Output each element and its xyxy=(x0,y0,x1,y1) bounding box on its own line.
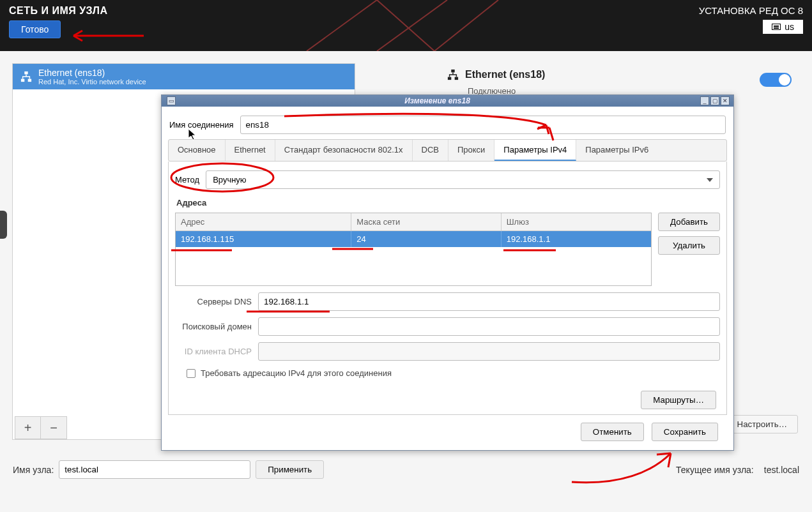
installer-header: СЕТЬ И ИМЯ УЗЛА Готово УСТАНОВКА РЕД ОС … xyxy=(0,0,812,51)
page-title: СЕТЬ И ИМЯ УЗЛА xyxy=(9,5,108,17)
ipv4-panel: Метод Вручную Адреса Адрес Маска сети Шл… xyxy=(168,162,727,415)
routes-button[interactable]: Маршруты… xyxy=(641,391,716,409)
keyboard-layout: us xyxy=(785,22,794,32)
search-domain-label: Поисковый домен xyxy=(175,322,258,331)
cell-gateway[interactable]: 192.168.1.1 xyxy=(501,231,651,248)
connection-header: Ethernet (ens18) xyxy=(447,69,545,80)
keyboard-indicator[interactable]: us xyxy=(763,20,803,34)
device-add-remove: + − xyxy=(15,416,67,439)
network-device-item[interactable]: Ethernet (ens18) Red Hat, Inc. Virtio ne… xyxy=(13,64,355,89)
hostname-row: Имя узла: Применить Текущее имя узла: te… xyxy=(13,460,799,479)
side-grab-handle[interactable] xyxy=(0,211,7,239)
svg-line-1 xyxy=(377,0,434,51)
remove-device-button[interactable]: − xyxy=(41,417,66,439)
dns-label: Серверы DNS xyxy=(175,297,258,306)
add-device-button[interactable]: + xyxy=(15,417,41,439)
col-address: Адрес xyxy=(176,213,351,231)
require-ipv4-label: Требовать адресацию IPv4 для этого соеди… xyxy=(201,368,392,378)
svg-line-2 xyxy=(434,0,498,51)
dns-input[interactable] xyxy=(258,292,720,311)
method-value: Вручную xyxy=(213,175,246,184)
connection-name-input[interactable] xyxy=(240,116,726,134)
method-label: Метод xyxy=(175,175,199,184)
done-button[interactable]: Готово xyxy=(9,20,61,38)
col-gateway: Шлюз xyxy=(501,213,651,231)
svg-rect-6 xyxy=(28,79,31,82)
current-hostname-label: Текущее имя узла: xyxy=(676,465,754,475)
tab-dcb[interactable]: DCB xyxy=(413,140,448,161)
svg-line-0 xyxy=(307,0,377,51)
search-domain-input[interactable] xyxy=(258,317,720,336)
current-hostname-value: test.local xyxy=(764,465,799,475)
dialog-titlebar[interactable]: ▭ Изменение ens18 _ ▢ ✕ xyxy=(162,95,733,107)
tab-ipv6[interactable]: Параметры IPv6 xyxy=(576,140,657,161)
maximize-icon[interactable]: ▢ xyxy=(710,96,719,105)
wired-network-icon xyxy=(20,71,32,82)
svg-rect-9 xyxy=(455,77,458,80)
svg-rect-5 xyxy=(21,79,24,82)
address-row[interactable]: 192.168.1.115 24 192.168.1.1 xyxy=(176,231,651,248)
apply-hostname-button[interactable]: Применить xyxy=(256,460,324,479)
dhcp-client-id-input xyxy=(258,342,720,361)
keyboard-icon xyxy=(772,24,781,30)
installer-title: УСТАНОВКА РЕД ОС 8 xyxy=(699,5,803,16)
tab-8021x[interactable]: Стандарт безопасности 802.1x xyxy=(275,140,413,161)
connection-name-label: Имя соединения xyxy=(169,120,234,130)
cell-mask[interactable]: 24 xyxy=(351,231,501,248)
save-button[interactable]: Сохранить xyxy=(652,423,718,441)
svg-rect-4 xyxy=(24,72,27,75)
dhcp-client-id-label: ID клиента DHCP xyxy=(175,347,258,356)
svg-line-3 xyxy=(377,0,447,51)
delete-address-button[interactable]: Удалить xyxy=(658,236,720,255)
cell-address[interactable]: 192.168.1.115 xyxy=(176,231,351,248)
addresses-title: Адреса xyxy=(176,198,720,207)
device-title: Ethernet (ens18) xyxy=(38,68,146,78)
tab-general[interactable]: Основное xyxy=(169,140,226,161)
configure-button[interactable]: Настроить… xyxy=(726,415,798,433)
method-select[interactable]: Вручную xyxy=(206,170,720,189)
cancel-button[interactable]: Отменить xyxy=(581,423,644,441)
connection-toggle[interactable] xyxy=(760,73,792,87)
addresses-table[interactable]: Адрес Маска сети Шлюз 192.168.1.115 24 1… xyxy=(175,213,652,286)
minimize-icon[interactable]: _ xyxy=(700,96,709,105)
mouse-cursor-icon xyxy=(188,129,196,140)
edit-connection-dialog: ▭ Изменение ens18 _ ▢ ✕ Имя соединения О… xyxy=(161,94,734,451)
chevron-down-icon xyxy=(707,178,713,182)
close-icon[interactable]: ✕ xyxy=(721,96,730,105)
connection-title: Ethernet (ens18) xyxy=(465,69,545,80)
tab-proxy[interactable]: Прокси xyxy=(448,140,494,161)
add-address-button[interactable]: Добавить xyxy=(658,213,720,231)
require-ipv4-checkbox[interactable] xyxy=(187,369,195,378)
col-mask: Маска сети xyxy=(351,213,501,231)
window-menu-icon[interactable]: ▭ xyxy=(167,96,176,105)
svg-rect-7 xyxy=(451,70,454,73)
wired-network-icon xyxy=(447,69,459,80)
tab-ethernet[interactable]: Ethernet xyxy=(226,140,275,161)
dialog-tabs: Основное Ethernet Стандарт безопасности … xyxy=(168,139,727,162)
tab-ipv4[interactable]: Параметры IPv4 xyxy=(494,140,576,161)
hostname-input[interactable] xyxy=(59,460,250,479)
hostname-label: Имя узла: xyxy=(13,465,54,475)
dialog-title: Изменение ens18 xyxy=(176,96,699,105)
svg-rect-8 xyxy=(448,77,451,80)
device-subtitle: Red Hat, Inc. Virtio network device xyxy=(38,78,146,86)
